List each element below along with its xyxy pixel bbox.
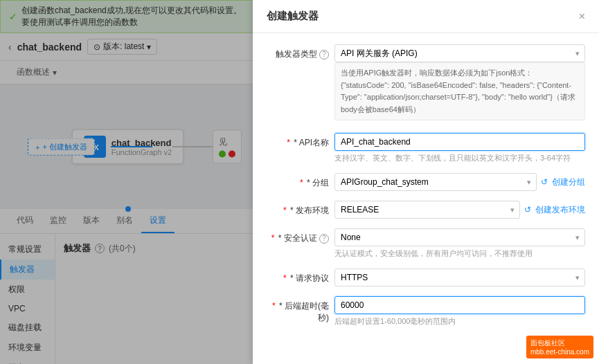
group-label: * 分组 <box>267 173 329 189</box>
env-label: * 发布环境 <box>267 201 329 217</box>
watermark: 面包板社区 mbb.eet-china.com <box>526 336 593 358</box>
modal-title: 创建触发器 <box>267 10 319 23</box>
env-create-link[interactable]: 创建发布环境 <box>535 204 585 216</box>
trigger-type-select-wrapper: API 网关服务 (APIG) <box>334 44 585 62</box>
security-hint: 无认证模式，安全级别低，所有用户均可访问，不推荐使用 <box>334 248 585 259</box>
create-trigger-modal: 创建触发器 × 触发器类型 ? API 网关服务 (APIG) 当使用APIG触… <box>253 0 599 364</box>
security-field: None 无认证模式，安全级别低，所有用户均可访问，不推荐使用 <box>334 228 585 259</box>
group-row-with-link: APIGroup_chat_system ↺ 创建分组 <box>334 173 585 191</box>
env-refresh-icon[interactable]: ↺ <box>524 205 531 215</box>
trigger-type-select[interactable]: API 网关服务 (APIG) <box>334 44 585 62</box>
trigger-type-hint: 当使用APIG触发器时，响应数据体必须为如下json格式：{"statusCod… <box>334 62 585 120</box>
timeout-field: 后端超时设置1-60,000毫秒的范围内 <box>334 296 585 327</box>
group-select-wrapper: APIGroup_chat_system <box>334 173 537 191</box>
env-row-with-link: RELEASE ↺ 创建发布环境 <box>334 201 585 219</box>
api-name-field: 支持汉字、英文、数字、下划线，且只能以英文和汉字开头，3-64字符 <box>334 133 585 163</box>
trigger-type-field: API 网关服务 (APIG) 当使用APIG触发器时，响应数据体必须为如下js… <box>334 44 585 123</box>
form-row-protocol: * 请求协议 HTTPS <box>267 269 585 286</box>
security-select[interactable]: None <box>334 228 585 246</box>
group-create-link[interactable]: 创建分组 <box>552 176 585 188</box>
security-help-icon[interactable]: ? <box>319 234 329 244</box>
timeout-label: * 后端超时(毫秒) <box>267 296 329 324</box>
protocol-select[interactable]: HTTPS <box>334 269 585 286</box>
form-row-api-name: * API名称 支持汉字、英文、数字、下划线，且只能以英文和汉字开头，3-64字… <box>267 133 585 163</box>
watermark-line2: mbb.eet-china.com <box>530 348 589 356</box>
form-row-trigger-type: 触发器类型 ? API 网关服务 (APIG) 当使用APIG触发器时，响应数据… <box>267 44 585 123</box>
protocol-label: * 请求协议 <box>267 269 329 284</box>
env-field: RELEASE ↺ 创建发布环境 <box>334 201 585 219</box>
group-refresh-icon[interactable]: ↺ <box>541 177 548 187</box>
form-row-timeout: * 后端超时(毫秒) 后端超时设置1-60,000毫秒的范围内 <box>267 296 585 327</box>
trigger-type-help-icon[interactable]: ? <box>319 50 329 60</box>
modal-body: 触发器类型 ? API 网关服务 (APIG) 当使用APIG触发器时，响应数据… <box>253 33 599 347</box>
api-name-hint: 支持汉字、英文、数字、下划线，且只能以英文和汉字开头，3-64字符 <box>334 153 585 163</box>
env-select-wrapper: RELEASE <box>334 201 520 219</box>
security-label: * 安全认证 ? <box>267 228 329 244</box>
modal-close-button[interactable]: × <box>579 10 585 23</box>
group-select[interactable]: APIGroup_chat_system <box>334 173 537 191</box>
protocol-field: HTTPS <box>334 269 585 286</box>
timeout-input[interactable] <box>334 296 585 314</box>
api-name-input[interactable] <box>334 133 585 151</box>
modal-header: 创建触发器 × <box>253 0 599 33</box>
trigger-type-label: 触发器类型 ? <box>267 44 329 60</box>
security-select-wrapper: None <box>334 228 585 246</box>
protocol-select-wrapper: HTTPS <box>334 269 585 286</box>
form-row-env: * 发布环境 RELEASE ↺ 创建发布环境 <box>267 201 585 219</box>
env-select[interactable]: RELEASE <box>334 201 520 219</box>
watermark-line1: 面包板社区 <box>530 338 589 348</box>
api-name-label: * API名称 <box>267 133 329 149</box>
form-row-group: * 分组 APIGroup_chat_system ↺ 创建分组 <box>267 173 585 191</box>
form-row-security: * 安全认证 ? None 无认证模式，安全级别低，所有用户均可访问，不推荐使用 <box>267 228 585 259</box>
timeout-hint: 后端超时设置1-60,000毫秒的范围内 <box>334 316 585 327</box>
group-field: APIGroup_chat_system ↺ 创建分组 <box>334 173 585 191</box>
